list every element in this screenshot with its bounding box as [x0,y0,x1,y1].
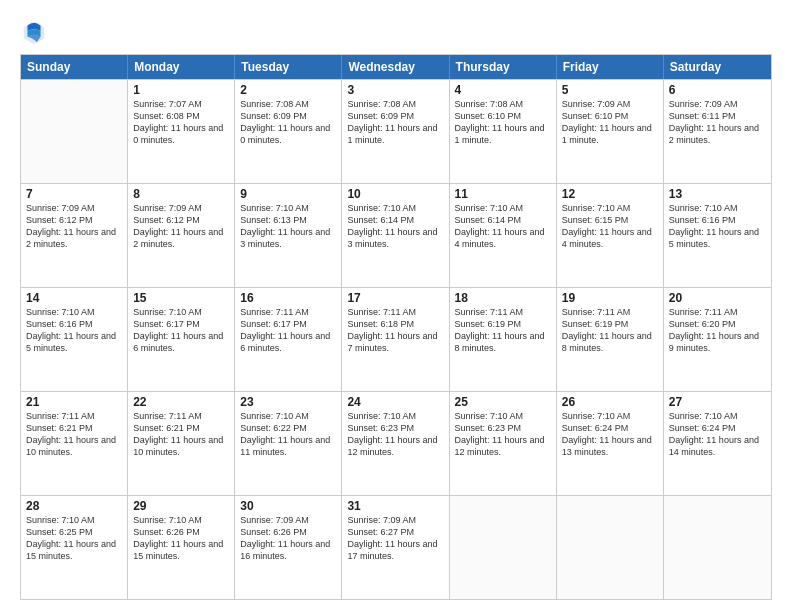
cal-cell-3-0: 21Sunrise: 7:11 AMSunset: 6:21 PMDayligh… [21,392,128,495]
cal-cell-1-4: 11Sunrise: 7:10 AMSunset: 6:14 PMDayligh… [450,184,557,287]
cell-info: Sunrise: 7:11 AMSunset: 6:19 PMDaylight:… [455,306,551,355]
day-number: 14 [26,291,122,305]
calendar-body: 1Sunrise: 7:07 AMSunset: 6:08 PMDaylight… [21,79,771,599]
day-number: 8 [133,187,229,201]
day-number: 4 [455,83,551,97]
cal-cell-4-1: 29Sunrise: 7:10 AMSunset: 6:26 PMDayligh… [128,496,235,599]
cell-info: Sunrise: 7:10 AMSunset: 6:16 PMDaylight:… [26,306,122,355]
day-number: 31 [347,499,443,513]
cal-cell-4-4 [450,496,557,599]
cell-info: Sunrise: 7:11 AMSunset: 6:21 PMDaylight:… [26,410,122,459]
week-row-1: 7Sunrise: 7:09 AMSunset: 6:12 PMDaylight… [21,183,771,287]
cell-info: Sunrise: 7:10 AMSunset: 6:14 PMDaylight:… [455,202,551,251]
day-number: 22 [133,395,229,409]
day-number: 28 [26,499,122,513]
cell-info: Sunrise: 7:09 AMSunset: 6:12 PMDaylight:… [26,202,122,251]
day-number: 2 [240,83,336,97]
cal-cell-2-2: 16Sunrise: 7:11 AMSunset: 6:17 PMDayligh… [235,288,342,391]
cell-info: Sunrise: 7:09 AMSunset: 6:11 PMDaylight:… [669,98,766,147]
day-number: 13 [669,187,766,201]
day-number: 29 [133,499,229,513]
cal-cell-0-2: 2Sunrise: 7:08 AMSunset: 6:09 PMDaylight… [235,80,342,183]
cal-cell-1-3: 10Sunrise: 7:10 AMSunset: 6:14 PMDayligh… [342,184,449,287]
cell-info: Sunrise: 7:10 AMSunset: 6:23 PMDaylight:… [455,410,551,459]
day-number: 6 [669,83,766,97]
cal-cell-2-4: 18Sunrise: 7:11 AMSunset: 6:19 PMDayligh… [450,288,557,391]
header-day-monday: Monday [128,55,235,79]
day-number: 21 [26,395,122,409]
day-number: 26 [562,395,658,409]
cal-cell-1-2: 9Sunrise: 7:10 AMSunset: 6:13 PMDaylight… [235,184,342,287]
cal-cell-4-6 [664,496,771,599]
day-number: 12 [562,187,658,201]
cal-cell-2-6: 20Sunrise: 7:11 AMSunset: 6:20 PMDayligh… [664,288,771,391]
day-number: 7 [26,187,122,201]
day-number: 5 [562,83,658,97]
cell-info: Sunrise: 7:09 AMSunset: 6:27 PMDaylight:… [347,514,443,563]
header-day-tuesday: Tuesday [235,55,342,79]
cell-info: Sunrise: 7:10 AMSunset: 6:24 PMDaylight:… [669,410,766,459]
cell-info: Sunrise: 7:07 AMSunset: 6:08 PMDaylight:… [133,98,229,147]
day-number: 15 [133,291,229,305]
day-number: 16 [240,291,336,305]
cell-info: Sunrise: 7:11 AMSunset: 6:21 PMDaylight:… [133,410,229,459]
cell-info: Sunrise: 7:10 AMSunset: 6:16 PMDaylight:… [669,202,766,251]
cal-cell-3-2: 23Sunrise: 7:10 AMSunset: 6:22 PMDayligh… [235,392,342,495]
cal-cell-2-5: 19Sunrise: 7:11 AMSunset: 6:19 PMDayligh… [557,288,664,391]
calendar-header: SundayMondayTuesdayWednesdayThursdayFrid… [21,55,771,79]
day-number: 17 [347,291,443,305]
header-day-wednesday: Wednesday [342,55,449,79]
day-number: 11 [455,187,551,201]
page: SundayMondayTuesdayWednesdayThursdayFrid… [0,0,792,612]
header-day-saturday: Saturday [664,55,771,79]
cell-info: Sunrise: 7:11 AMSunset: 6:20 PMDaylight:… [669,306,766,355]
cal-cell-3-3: 24Sunrise: 7:10 AMSunset: 6:23 PMDayligh… [342,392,449,495]
day-number: 10 [347,187,443,201]
day-number: 23 [240,395,336,409]
day-number: 3 [347,83,443,97]
day-number: 9 [240,187,336,201]
day-number: 24 [347,395,443,409]
cell-info: Sunrise: 7:08 AMSunset: 6:10 PMDaylight:… [455,98,551,147]
cell-info: Sunrise: 7:10 AMSunset: 6:17 PMDaylight:… [133,306,229,355]
cell-info: Sunrise: 7:10 AMSunset: 6:15 PMDaylight:… [562,202,658,251]
cal-cell-0-1: 1Sunrise: 7:07 AMSunset: 6:08 PMDaylight… [128,80,235,183]
calendar: SundayMondayTuesdayWednesdayThursdayFrid… [20,54,772,600]
cal-cell-4-0: 28Sunrise: 7:10 AMSunset: 6:25 PMDayligh… [21,496,128,599]
cell-info: Sunrise: 7:11 AMSunset: 6:18 PMDaylight:… [347,306,443,355]
cell-info: Sunrise: 7:10 AMSunset: 6:22 PMDaylight:… [240,410,336,459]
cal-cell-1-6: 13Sunrise: 7:10 AMSunset: 6:16 PMDayligh… [664,184,771,287]
header-day-friday: Friday [557,55,664,79]
cal-cell-0-5: 5Sunrise: 7:09 AMSunset: 6:10 PMDaylight… [557,80,664,183]
cal-cell-0-6: 6Sunrise: 7:09 AMSunset: 6:11 PMDaylight… [664,80,771,183]
header-day-thursday: Thursday [450,55,557,79]
cell-info: Sunrise: 7:09 AMSunset: 6:10 PMDaylight:… [562,98,658,147]
cal-cell-3-4: 25Sunrise: 7:10 AMSunset: 6:23 PMDayligh… [450,392,557,495]
cell-info: Sunrise: 7:10 AMSunset: 6:13 PMDaylight:… [240,202,336,251]
cal-cell-1-1: 8Sunrise: 7:09 AMSunset: 6:12 PMDaylight… [128,184,235,287]
cal-cell-3-1: 22Sunrise: 7:11 AMSunset: 6:21 PMDayligh… [128,392,235,495]
cal-cell-0-3: 3Sunrise: 7:08 AMSunset: 6:09 PMDaylight… [342,80,449,183]
cell-info: Sunrise: 7:09 AMSunset: 6:26 PMDaylight:… [240,514,336,563]
cell-info: Sunrise: 7:10 AMSunset: 6:25 PMDaylight:… [26,514,122,563]
day-number: 19 [562,291,658,305]
cal-cell-2-1: 15Sunrise: 7:10 AMSunset: 6:17 PMDayligh… [128,288,235,391]
cell-info: Sunrise: 7:11 AMSunset: 6:17 PMDaylight:… [240,306,336,355]
cal-cell-1-0: 7Sunrise: 7:09 AMSunset: 6:12 PMDaylight… [21,184,128,287]
cell-info: Sunrise: 7:08 AMSunset: 6:09 PMDaylight:… [347,98,443,147]
cal-cell-2-0: 14Sunrise: 7:10 AMSunset: 6:16 PMDayligh… [21,288,128,391]
logo [20,18,52,46]
cal-cell-3-6: 27Sunrise: 7:10 AMSunset: 6:24 PMDayligh… [664,392,771,495]
day-number: 25 [455,395,551,409]
week-row-2: 14Sunrise: 7:10 AMSunset: 6:16 PMDayligh… [21,287,771,391]
cell-info: Sunrise: 7:10 AMSunset: 6:23 PMDaylight:… [347,410,443,459]
week-row-0: 1Sunrise: 7:07 AMSunset: 6:08 PMDaylight… [21,79,771,183]
week-row-3: 21Sunrise: 7:11 AMSunset: 6:21 PMDayligh… [21,391,771,495]
cal-cell-4-3: 31Sunrise: 7:09 AMSunset: 6:27 PMDayligh… [342,496,449,599]
cell-info: Sunrise: 7:10 AMSunset: 6:26 PMDaylight:… [133,514,229,563]
logo-icon [20,18,48,46]
header [20,18,772,46]
day-number: 27 [669,395,766,409]
day-number: 20 [669,291,766,305]
cell-info: Sunrise: 7:08 AMSunset: 6:09 PMDaylight:… [240,98,336,147]
